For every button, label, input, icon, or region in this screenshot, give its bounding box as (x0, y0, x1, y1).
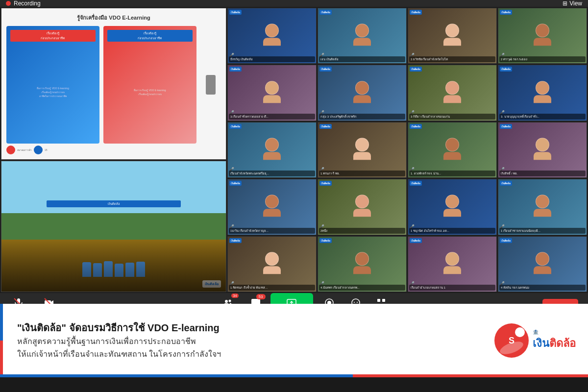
video-content: รู้จักเครื่องมือ VDO E-Learning เรื่องต้… (0, 7, 588, 293)
video-cell: เงินติดล้อ 🎤 4.นันทพร เรือนจำกลางนครพ... (318, 236, 407, 292)
cell-name: 3.เรือนจำชั่วคราวดอยฮาง ดึ... (229, 114, 315, 120)
video-cell-inner: เงินติดล้อ 🎤 1.ชิตชนก ถึงช้ำง่าย ทัณฑส..… (228, 237, 316, 292)
video-cell: เงินติดล้อ 🎤 1.พรนภา-รี พธ. (318, 122, 407, 178)
cell-person (353, 138, 371, 160)
cell-logo: เงินติดล้อ (500, 181, 512, 186)
video-area: Recording ⊞ View รู้จักเครื่องมือ VDO E-… (0, 0, 588, 304)
video-cell: เงินติดล้อ 🎤 2 ศราวุฒิ รจก.ระยอง (498, 8, 587, 64)
video-cell: เงินติดล้อ 🎤 มึงขวัญ เงินติดล้อ (227, 8, 317, 64)
cell-logo: เงินติดล้อ (229, 124, 242, 129)
cell-person (534, 81, 551, 103)
chat-badge: 53 (256, 294, 266, 299)
video-cell-inner: เงินติดล้อ 🎤 มึงขวัญ เงินติดล้อ (228, 8, 316, 63)
video-cell: เงินติดล้อ 🎤 เรือนจำอำเภอเกษมสถาน 1 (408, 236, 497, 292)
svg-point-7 (229, 300, 231, 302)
video-cell: เงินติดล้อ 🎤 3. นายบุญญาฤทธิ์เรือนจำชั่ว… (498, 65, 587, 121)
cell-logo: เงินติดล้อ (410, 238, 422, 243)
cell-person (534, 195, 551, 217)
video-cell: เงินติดล้อ 🎤 เรือนจำจังหวัดพระนครศรีอยุ.… (227, 122, 317, 178)
cell-logo: เงินติดล้อ (410, 10, 422, 15)
cell-name: 1.พรนภา-รี พธ. (319, 171, 405, 176)
cell-person (263, 252, 281, 274)
cell-person (353, 81, 371, 103)
video-cell: เงินติดล้อ 🎤 1.ชิตชนก ถึงช้ำง่าย ทัณฑส..… (227, 236, 317, 292)
cell-person (353, 195, 371, 217)
video-grid: เงินติดล้อ 🎤 มึงขวัญ เงินติดล้อ เงินติดล… (227, 8, 587, 292)
video-cell: เงินติดล้อ 🎤 3.เรือนจำชั่วคราวดอยฮาง ดึ.… (227, 65, 317, 121)
video-cell-inner: เงินติดล้อ 🎤 2 ศราวุฒิ รจก.ระยอง (498, 8, 587, 63)
cell-name: กลุ่ม 3 ประเสริฐศักดิ์ เขาพริก (319, 114, 405, 120)
svg-point-13 (354, 302, 355, 303)
video-cell-inner: เงินติดล้อ 🎤 เจน เงินติดล้อ (318, 8, 406, 63)
cell-logo: เงินติดล้อ (500, 67, 512, 72)
video-cell: เงินติดล้อ 🎤 3 กิตียา เรือนจำกลางขอนแก่น (408, 65, 497, 121)
cell-name: 3. นายบุญญาฤทธิ์เรือนจำชั่ว... (499, 114, 586, 120)
video-cell: เงินติดล้อ 🎤 เจน เงินติดล้อ (318, 8, 407, 64)
video-cell: เงินติดล้อ 🎤 เริงสิทธิ์ / พธ. (498, 122, 587, 178)
svg-point-6 (225, 300, 228, 303)
cell-name: เจน เงินติดล้อ (319, 56, 405, 62)
svg-rect-15 (377, 299, 380, 302)
svg-point-14 (357, 302, 358, 303)
cell-logo: เงินติดล้อ (410, 124, 422, 129)
recording-label: Recording (14, 0, 41, 7)
video-cell-inner: เงินติดล้อ 🎤 เรือนจำอำเภอเกษมสถาน 1 (408, 237, 496, 292)
video-cell: เงินติดล้อ 🎤 1 ชญานิศ อันโทรำห์ รจอ.อต..… (408, 179, 497, 235)
promo-bar: "เงินติดล้อ" จัดอบรมวิธีการใช้ VDO E-lea… (0, 304, 588, 377)
cell-name: เรือนจำจังหวัดพระนครศรีอยุ... (229, 171, 315, 176)
cell-person (534, 138, 551, 160)
view-button[interactable]: ⊞ View (563, 0, 582, 7)
video-cell: เงินติดล้อ 🎤 4 หัสดิน รจก.นครพนม (498, 236, 587, 292)
cell-logo: เงินติดล้อ (229, 181, 242, 186)
video-cell: เงินติดล้อ 🎤 1นาวิน เรือนจำจังหวัดกาญจ..… (227, 179, 317, 235)
cell-name: 2หนึ่ง (319, 228, 405, 234)
usb-icon (206, 75, 216, 95)
cell-name: 4.นันทพร เรือนจำกลางนครพ... (319, 285, 405, 291)
cell-person (443, 24, 461, 46)
screen-share-box: รู้จักเครื่องมือ VDO E-Learning เรื่องต้… (1, 8, 226, 160)
cell-person (443, 252, 461, 274)
cell-logo: เงินติดล้อ (500, 10, 512, 15)
promo-subtitle1: หลักสูตรความรู้พื้นฐานการเงินเพื่อการประ… (17, 336, 485, 347)
video-cell-inner: เงินติดล้อ 🎤 เรือนจำจังหวัดพระนครศรีอยุ.… (228, 122, 316, 177)
cell-person (263, 195, 281, 217)
cell-person (534, 252, 551, 274)
classroom-image: เงินติดล้อ เงินติดล้อ (1, 161, 226, 292)
top-bar: Recording ⊞ View (0, 0, 588, 7)
recording-dot (6, 1, 11, 6)
video-cell-inner: เงินติดล้อ 🎤 4 หัสดิน รจก.นครพนม (498, 237, 587, 292)
video-cell: เงินติดล้อ 🎤 2หนึ่ง (318, 179, 407, 235)
cell-name: 3 กิตียา เรือนจำกลางขอนแก่น (409, 114, 495, 120)
svg-rect-16 (382, 299, 385, 302)
video-cell: เงินติดล้อ 🎤 1. ดวงพักตร์ รจจ.น่าน... (408, 122, 497, 178)
video-cell-inner: เงินติดล้อ 🎤 1.พรนภา-รี พธ. (318, 122, 406, 177)
participants-badge: 34 (231, 294, 239, 298)
cell-name: เรือนจำอำเภอเกษมสถาน 1 (409, 285, 495, 291)
cell-logo: เงินติดล้อ (319, 181, 332, 186)
cell-name: 1 ชญานิศ อันโทรำห์ รจอ.อต... (409, 228, 495, 234)
cell-name: มึงขวัญ เงินติดล้อ (229, 56, 315, 62)
classroom-box: เงินติดล้อ เงินติดล้อ (1, 161, 226, 292)
cell-logo: เงินติดล้อ (229, 10, 242, 15)
video-cell-inner: เงินติดล้อ 🎤 3.เรือนจำชั่วคราวดอยฮาง ดึ.… (228, 65, 316, 120)
video-cell-inner: เงินติดล้อ 🎤 1. ดวงพักตร์ รจจ.น่าน... (408, 122, 496, 177)
promo-title: "เงินติดล้อ" จัดอบรมวิธีการใช้ VDO E-lea… (17, 321, 485, 334)
cell-person (263, 138, 281, 160)
video-cell-inner: เงินติดล้อ 🎤 4.นันทพร เรือนจำกลางนครพ... (318, 237, 406, 292)
ngt-name-text: เงินติดล้อ (533, 335, 576, 352)
video-cell-inner: เงินติดล้อ 🎤 2หนึ่ง (318, 179, 406, 234)
video-cell: เงินติดล้อ 🎤 1 เรือนจำชาวเขาแมนน้อย(เฝ้.… (498, 179, 587, 235)
cell-person (263, 24, 281, 46)
ngt-logo: S 🏦 เงินติดล้อ (494, 323, 576, 358)
video-cell-inner: เงินติดล้อ 🎤 3. นายบุญญาฤทธิ์เรือนจำชั่ว… (498, 65, 587, 120)
view-label: View (569, 0, 582, 7)
promo-text: "เงินติดล้อ" จัดอบรมวิธีการใช้ VDO E-lea… (12, 321, 485, 360)
video-cell: เงินติดล้อ 🎤 2.ธวัชชัยเรือนจำจังหวัดโปไท (408, 8, 497, 64)
cell-logo: เงินติดล้อ (319, 238, 332, 243)
slide-bottom: สมาคมการค้า 15 (6, 146, 221, 154)
cell-logo: เงินติดล้อ (319, 10, 332, 15)
promo-logo-area: S 🏦 เงินติดล้อ (494, 323, 576, 358)
cell-logo: เงินติดล้อ (319, 67, 332, 72)
slide-content: รู้จักเครื่องมือ VDO E-Learning เรื่องต้… (1, 8, 226, 159)
main-container: Recording ⊞ View รู้จักเครื่องมือ VDO E-… (0, 0, 588, 392)
